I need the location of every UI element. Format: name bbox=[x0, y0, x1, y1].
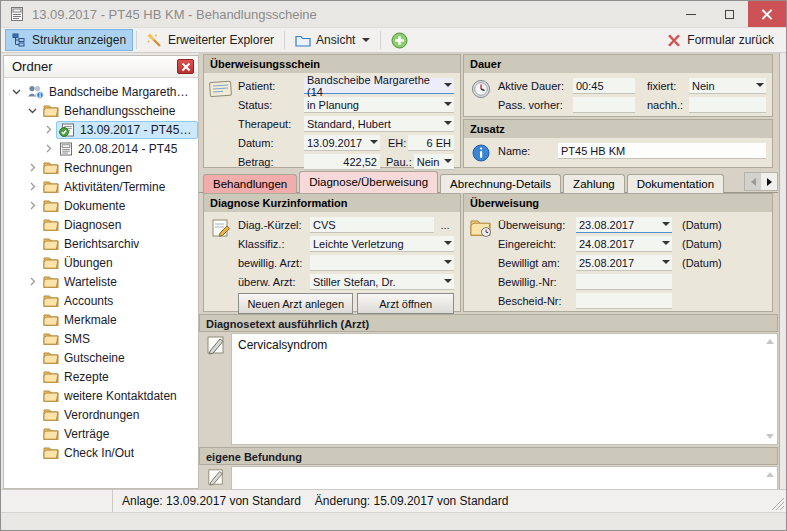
referral-date-select[interactable]: 23.08.2017 bbox=[576, 217, 672, 233]
tab-scroll-right-button[interactable] bbox=[761, 173, 777, 190]
tree-item[interactable]: Warteliste bbox=[4, 272, 198, 291]
tab-zahlung[interactable]: Zahlung bbox=[563, 174, 625, 193]
diag-code-more-button[interactable]: ... bbox=[436, 217, 454, 233]
tree-item[interactable]: Dokumente bbox=[4, 196, 198, 215]
tree-item[interactable]: Behandlungsscheine bbox=[4, 101, 198, 120]
folder-icon bbox=[43, 237, 59, 250]
scroll-down-icon[interactable] bbox=[766, 434, 774, 439]
status-select[interactable]: in Planung bbox=[304, 97, 454, 113]
approved-select[interactable]: 25.08.2017 bbox=[576, 255, 672, 271]
chevron-right-icon[interactable] bbox=[40, 144, 56, 153]
chevron-down-icon bbox=[444, 279, 452, 283]
chevron-down-icon bbox=[370, 140, 378, 144]
statusbar-cell bbox=[1, 490, 113, 512]
referral-date-hint: (Datum) bbox=[682, 219, 722, 231]
resize-grip[interactable] bbox=[771, 497, 785, 511]
tree-item[interactable]: Gutscheine bbox=[4, 348, 198, 367]
open-doctor-button[interactable]: Arzt öffnen bbox=[357, 293, 454, 314]
clock-icon bbox=[471, 79, 491, 99]
tree-item[interactable]: 20.08.2014 - PT45 bbox=[4, 139, 198, 158]
tree-item-label: Gutscheine bbox=[64, 351, 125, 365]
tree-item[interactable]: Rechnungen bbox=[4, 158, 198, 177]
patient-select[interactable]: Bandscheibe Margarethe (14 bbox=[304, 78, 454, 94]
tab-diagnose-überweisung[interactable]: Diagnose/Überweisung bbox=[299, 171, 438, 193]
sidebar-close-button[interactable] bbox=[177, 59, 194, 74]
date-label: Datum: bbox=[238, 137, 302, 149]
document-check-icon bbox=[59, 123, 75, 137]
tree-item-label: Diagnosen bbox=[64, 218, 121, 232]
tree-item-label: Dokumente bbox=[64, 199, 125, 213]
tab-abrechnung-details[interactable]: Abrechnung-Details bbox=[440, 174, 561, 193]
tree-item[interactable]: Diagnosen bbox=[4, 215, 198, 234]
active-duration-field[interactable]: 00:45 bbox=[573, 78, 635, 94]
close-button[interactable] bbox=[748, 1, 786, 27]
tree-item-label: Übungen bbox=[64, 256, 113, 270]
tree-item[interactable]: Rezepte bbox=[4, 367, 198, 386]
show-structure-button[interactable]: Struktur anzeigen bbox=[5, 29, 133, 51]
scroll-up-icon[interactable] bbox=[766, 339, 774, 344]
titlebar: 13.09.2017 - PT45 HB KM - Behandlungssch… bbox=[1, 1, 786, 27]
tree-item[interactable]: Übungen bbox=[4, 253, 198, 272]
tree-item[interactable]: Verordnungen bbox=[4, 405, 198, 424]
folder-tree: Bandscheibe Margarethe ...Behandlungssch… bbox=[4, 78, 198, 488]
tree-item[interactable]: Accounts bbox=[4, 291, 198, 310]
view-button[interactable]: Ansicht bbox=[288, 29, 377, 51]
tree-item[interactable]: 13.09.2017 - PT45 HB... bbox=[4, 120, 198, 139]
diagnosetext-textarea[interactable]: Cervicalsyndrom bbox=[231, 333, 778, 445]
tree-item[interactable]: SMS bbox=[4, 329, 198, 348]
add-button[interactable] bbox=[384, 29, 415, 51]
name-field[interactable]: PT45 HB KM bbox=[558, 143, 766, 159]
tree-item[interactable]: weitere Kontaktdaten bbox=[4, 386, 198, 405]
chevron-right-icon[interactable] bbox=[40, 125, 56, 134]
pau-label: Pau.: bbox=[386, 156, 412, 168]
extended-explorer-button[interactable]: Erweiterter Explorer bbox=[140, 29, 281, 51]
amount-field[interactable]: 422,52 bbox=[304, 154, 380, 170]
tree-item[interactable]: Verträge bbox=[4, 424, 198, 443]
form-back-button[interactable]: Formular zurück bbox=[659, 33, 782, 47]
chevron-right-icon[interactable] bbox=[24, 182, 40, 191]
eh-field[interactable]: 6 EH bbox=[408, 135, 454, 151]
toolbar-separator bbox=[284, 31, 285, 49]
tree-item[interactable]: Bandscheibe Margarethe ... bbox=[4, 82, 198, 101]
scroll-up-icon[interactable] bbox=[766, 472, 774, 477]
chevron-right-icon[interactable] bbox=[24, 201, 40, 210]
notice-no-field[interactable] bbox=[576, 293, 672, 309]
chevron-down-icon[interactable] bbox=[8, 87, 24, 96]
tree-item[interactable]: Check In/Out bbox=[4, 443, 198, 462]
chevron-down-icon[interactable] bbox=[24, 106, 40, 115]
chevron-right-icon[interactable] bbox=[24, 277, 40, 286]
ueberweisung-panel: Überweisung Überweisung: bbox=[463, 193, 773, 312]
pencil-icon bbox=[207, 468, 225, 486]
tree-item[interactable]: Berichtsarchiv bbox=[4, 234, 198, 253]
passive-before-field[interactable] bbox=[573, 97, 635, 113]
referring-doctor-select[interactable]: Stiller Stefan, Dr. bbox=[310, 274, 454, 290]
pau-select[interactable]: Nein bbox=[414, 154, 454, 170]
befundung-textarea[interactable] bbox=[231, 466, 778, 490]
fixed-select[interactable]: Nein bbox=[689, 78, 766, 94]
tree-item[interactable]: Merkmale bbox=[4, 310, 198, 329]
chevron-right-icon[interactable] bbox=[24, 163, 40, 172]
after-field[interactable] bbox=[689, 97, 766, 113]
date-select[interactable]: 13.09.2017 bbox=[304, 135, 380, 151]
maximize-button[interactable] bbox=[710, 1, 748, 27]
approving-doctor-select[interactable] bbox=[310, 255, 454, 271]
classification-value: Leichte Verletzung bbox=[313, 238, 404, 250]
tab-dokumentation[interactable]: Dokumentation bbox=[627, 174, 724, 193]
diag-code-field[interactable]: CVS bbox=[310, 217, 434, 233]
minimize-button[interactable] bbox=[672, 1, 710, 27]
submitted-hint: (Datum) bbox=[682, 238, 722, 250]
folder-icon bbox=[43, 199, 59, 212]
referral-date-label: Überweisung: bbox=[498, 219, 574, 231]
modified-status: Änderung: 15.09.2017 von Standard bbox=[315, 494, 509, 508]
zusatz-panel: Zusatz Name: PT45 HB KM bbox=[463, 119, 773, 168]
new-doctor-button[interactable]: Neuen Arzt anlegen bbox=[238, 293, 353, 314]
app-icon bbox=[9, 6, 25, 22]
sidebar: Ordner Bandscheibe Margarethe ...Behandl… bbox=[3, 55, 199, 489]
tree-item[interactable]: Aktivitäten/Termine bbox=[4, 177, 198, 196]
therapist-select[interactable]: Standard, Hubert bbox=[304, 116, 454, 132]
approval-no-field[interactable] bbox=[576, 274, 672, 290]
tab-behandlungen[interactable]: Behandlungen bbox=[203, 174, 297, 193]
classification-select[interactable]: Leichte Verletzung bbox=[310, 236, 454, 252]
tab-scroll-left-button[interactable] bbox=[745, 173, 761, 190]
submitted-select[interactable]: 24.08.2017 bbox=[576, 236, 672, 252]
